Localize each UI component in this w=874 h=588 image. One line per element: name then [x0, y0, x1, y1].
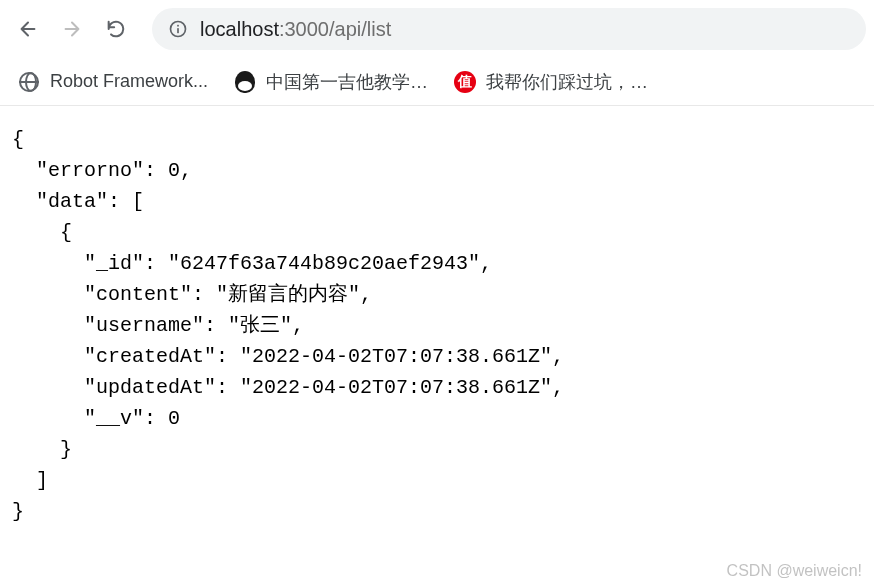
zhi-icon: 值 [454, 71, 476, 93]
bookmark-label: 我帮你们踩过坑，… [486, 70, 648, 94]
reload-button[interactable] [96, 9, 136, 49]
penguin-icon [234, 71, 256, 93]
forward-button[interactable] [52, 9, 92, 49]
arrow-left-icon [17, 18, 39, 40]
back-button[interactable] [8, 9, 48, 49]
arrow-right-icon [61, 18, 83, 40]
response-body: { "errorno": 0, "data": [ { "_id": "6247… [0, 106, 874, 545]
globe-icon [18, 71, 40, 93]
reload-icon [105, 18, 127, 40]
bookmarks-bar: Robot Framework... 中国第一吉他教学… 值 我帮你们踩过坑，… [0, 58, 874, 106]
bookmark-label: Robot Framework... [50, 71, 208, 92]
svg-rect-2 [177, 25, 179, 27]
svg-rect-1 [177, 28, 179, 33]
url-host: localhost [200, 18, 279, 40]
bookmark-label: 中国第一吉他教学… [266, 70, 428, 94]
site-info-icon[interactable] [168, 19, 188, 39]
address-bar[interactable]: localhost:3000/api/list [152, 8, 866, 50]
url-text: localhost:3000/api/list [200, 18, 391, 41]
url-path: :3000/api/list [279, 18, 391, 40]
watermark: CSDN @weiweicn! [727, 562, 862, 580]
bookmark-item[interactable]: Robot Framework... [18, 71, 208, 93]
bookmark-item[interactable]: 中国第一吉他教学… [234, 70, 428, 94]
browser-toolbar: localhost:3000/api/list [0, 0, 874, 58]
bookmark-item[interactable]: 值 我帮你们踩过坑，… [454, 70, 648, 94]
